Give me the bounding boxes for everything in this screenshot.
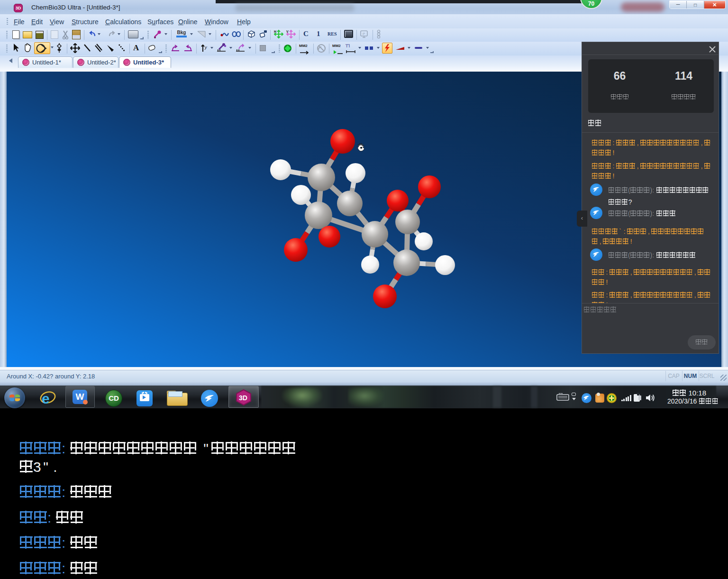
svg-text:H: H (274, 30, 276, 33)
svg-text:P: P (363, 32, 365, 36)
svg-text:e: e (42, 391, 50, 406)
svg-text:V: V (286, 30, 289, 33)
svg-text:y: y (204, 45, 207, 50)
svg-text:3D: 3D (239, 394, 247, 402)
